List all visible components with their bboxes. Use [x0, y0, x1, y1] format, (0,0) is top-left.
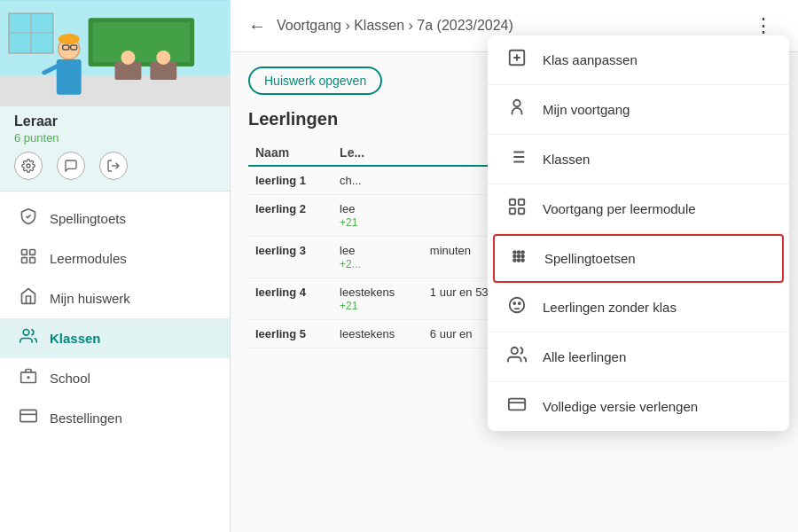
klassen-icon [18, 327, 39, 349]
svg-point-44 [521, 251, 524, 254]
menu-label: Klassen [543, 152, 590, 167]
svg-point-18 [27, 164, 30, 168]
main-content: ← Voortgang › Klassen › 7a (2023/2024) ⋮… [231, 0, 798, 532]
menu-item-alle-leerlingen[interactable]: Alle leerlingen [488, 332, 789, 382]
profile-info: Leraar 6 punten [0, 106, 230, 145]
sidebar-item-label: Mijn huiswerk [50, 291, 130, 306]
sidebar-item-label: Klassen [50, 331, 101, 346]
profile-points: 6 punten [14, 131, 215, 145]
svg-rect-14 [115, 62, 142, 80]
svg-point-53 [519, 302, 520, 304]
person-icon [505, 98, 528, 121]
huiswerk-icon [18, 287, 39, 309]
svg-point-45 [513, 255, 516, 258]
menu-item-voortgang-per-leermodule[interactable]: Voortgang per leermodule [488, 184, 789, 234]
leermodules-icon [18, 247, 39, 270]
profile-image [0, 0, 230, 106]
bestellingen-icon [18, 407, 39, 429]
menu-label: Leerlingen zonder klas [543, 300, 677, 315]
svg-point-49 [518, 259, 520, 262]
svg-point-50 [521, 259, 524, 262]
classroom-scene [0, 0, 230, 106]
menu-label: Mijn voortgang [543, 102, 630, 117]
overlay[interactable]: Klas aanpassen Mijn voortgang Klassen Vo… [231, 0, 798, 532]
svg-rect-38 [510, 200, 515, 205]
svg-rect-3 [93, 22, 191, 62]
svg-rect-28 [20, 410, 36, 421]
menu-label: Klas aanpassen [543, 52, 638, 67]
sidebar-item-leermodules[interactable]: Leermodules [0, 239, 230, 278]
svg-point-46 [518, 255, 520, 258]
svg-point-54 [512, 348, 518, 354]
spellingtoets-icon [18, 207, 39, 230]
svg-point-24 [23, 330, 29, 336]
menu-label: Voortgang per leermodule [543, 201, 696, 216]
svg-rect-20 [22, 250, 27, 255]
menu-item-spellingtoetsen[interactable]: Spellingtoetsen [493, 234, 784, 283]
sidebar-item-label: Leermodules [50, 251, 127, 266]
face-icon [505, 295, 528, 319]
svg-rect-40 [510, 208, 515, 214]
svg-point-43 [518, 251, 520, 254]
svg-rect-21 [30, 250, 35, 255]
menu-label: Volledige versie verlengen [543, 399, 698, 414]
menu-item-klas-aanpassen[interactable]: Klas aanpassen [488, 35, 789, 85]
dropdown-menu: Klas aanpassen Mijn voortgang Klassen Vo… [488, 35, 789, 431]
sidebar-item-mijn-huiswerk[interactable]: Mijn huiswerk [0, 278, 230, 318]
svg-rect-41 [519, 208, 524, 214]
sidebar-item-label: School [50, 371, 90, 386]
list-icon [505, 147, 528, 171]
menu-item-volledige-versie-verlengen[interactable]: Volledige versie verlengen [488, 382, 789, 431]
svg-rect-39 [519, 200, 524, 205]
svg-rect-1 [0, 75, 230, 106]
svg-point-31 [513, 100, 520, 106]
svg-rect-23 [30, 258, 35, 263]
sidebar-item-spellingtoets[interactable]: Spellingtoets [0, 199, 230, 239]
sidebar: Leraar 6 punten [0, 0, 231, 532]
payment-icon [505, 395, 528, 419]
svg-rect-55 [509, 399, 525, 411]
svg-point-16 [121, 51, 135, 65]
profile-card: Leraar 6 punten [0, 0, 230, 192]
people-icon [505, 345, 528, 369]
message-button[interactable] [57, 152, 85, 180]
menu-label: Spellingtoetsen [544, 251, 636, 266]
grid-icon [505, 197, 528, 221]
svg-rect-15 [150, 62, 176, 80]
svg-point-48 [513, 259, 516, 262]
sidebar-item-label: Bestellingen [50, 411, 122, 426]
settings-button[interactable] [14, 152, 43, 180]
svg-rect-12 [57, 59, 82, 95]
edit-square-icon [505, 48, 528, 72]
svg-point-51 [510, 298, 525, 313]
svg-point-42 [513, 251, 516, 254]
nav-list: Spellingtoets Leermodules Mijn huiswerk … [0, 192, 230, 532]
svg-point-52 [513, 302, 515, 304]
sidebar-item-school[interactable]: School [0, 358, 230, 398]
menu-item-leerlingen-zonder-klas[interactable]: Leerlingen zonder klas [488, 283, 789, 332]
logout-button[interactable] [99, 152, 128, 180]
school-icon [18, 367, 39, 389]
svg-rect-22 [22, 258, 27, 263]
profile-name: Leraar [14, 113, 215, 129]
svg-point-11 [59, 34, 80, 44]
svg-point-17 [156, 51, 170, 65]
menu-item-klassen[interactable]: Klassen [488, 135, 789, 184]
menu-item-mijn-voortgang[interactable]: Mijn voortgang [488, 85, 789, 135]
sidebar-item-label: Spellingtoets [50, 211, 126, 226]
menu-label: Alle leerlingen [543, 349, 626, 364]
profile-actions [0, 145, 230, 180]
sidebar-item-bestellingen[interactable]: Bestellingen [0, 398, 230, 438]
svg-point-47 [521, 255, 524, 258]
scene-background [0, 0, 230, 106]
dots-grid-icon [507, 246, 530, 270]
sidebar-item-klassen[interactable]: Klassen [0, 318, 230, 358]
